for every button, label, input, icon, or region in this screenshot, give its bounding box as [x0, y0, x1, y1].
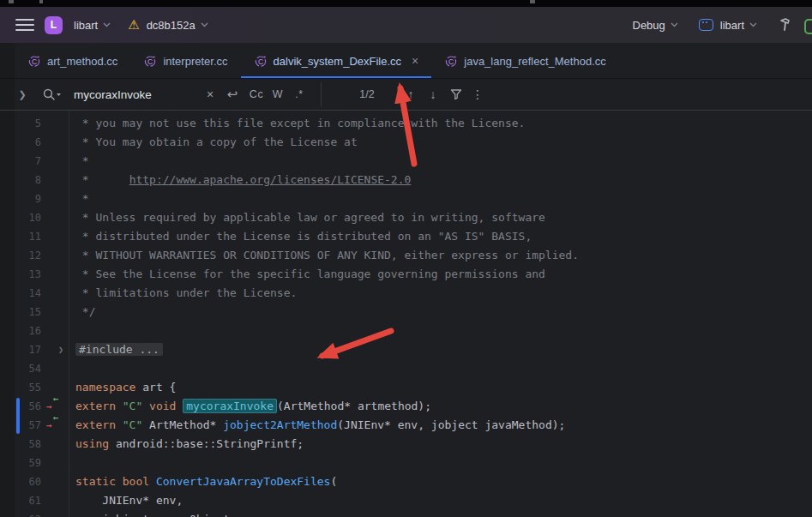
- code-editor[interactable]: 5 * you may not use this file except in …: [0, 111, 812, 517]
- code-lines: 5 * you may not use this file except in …: [0, 114, 812, 517]
- code-line-55: 55namespace art {: [0, 378, 812, 397]
- svg-text:+: +: [454, 54, 457, 59]
- hamburger-menu-icon[interactable]: [15, 19, 34, 31]
- code-line-54: 54: [0, 359, 812, 378]
- screen-artifact: [9, 0, 14, 3]
- code-text: */: [75, 303, 95, 322]
- left-edge-strip: [0, 43, 15, 517]
- match-counter: 1/2: [350, 79, 384, 110]
- match-case-toggle[interactable]: Cc: [247, 79, 266, 110]
- code-line-14: 14 * limitations under the License.: [0, 284, 812, 303]
- gutter-separator: [69, 111, 69, 517]
- cpp-file-icon: C+: [444, 54, 458, 68]
- tab-art_method.cc[interactable]: C+art_method.cc: [15, 43, 130, 79]
- line-number: 62: [15, 510, 41, 517]
- regex-toggle[interactable]: .*: [290, 79, 309, 110]
- line-number: 60: [15, 472, 41, 491]
- line-number: 14: [15, 284, 41, 303]
- run-config-name: Debug: [633, 19, 665, 32]
- target-device-selector[interactable]: libart: [699, 19, 757, 32]
- line-number: 17: [15, 340, 41, 359]
- code-line-13: 13 * See the License for the specific la…: [0, 265, 812, 284]
- code-line-11: 11 * distributed under the License is di…: [0, 227, 812, 246]
- vcs-change-bar[interactable]: [16, 398, 20, 434]
- line-number: 5: [15, 114, 41, 133]
- tab-label: art_method.cc: [47, 55, 117, 68]
- code-text: jobject arrayObject,: [75, 510, 237, 517]
- svg-text:+: +: [37, 54, 40, 59]
- code-text: * WITHOUT WARRANTIES OR CONDITIONS OF AN…: [75, 246, 579, 265]
- run-button-icon[interactable]: [804, 19, 812, 34]
- code-line-61: 61 JNIEnv* env,: [0, 491, 812, 510]
- line-number: 55: [15, 378, 41, 397]
- tab-label: java_lang_reflect_Method.cc: [464, 55, 606, 68]
- line-number: 8: [15, 171, 41, 189]
- build-hammer-icon[interactable]: [778, 17, 793, 33]
- chevron-down-icon: [103, 22, 111, 27]
- main-toolbar: L libart ⚠ dc8b152a Debug libart: [0, 7, 812, 43]
- search-icon[interactable]: [41, 79, 63, 110]
- previous-match-icon[interactable]: ↑: [403, 79, 418, 110]
- line-number: 9: [15, 189, 41, 208]
- chevron-down-icon: [201, 22, 208, 27]
- editor-tab-bar: C+art_method.ccC+interpreter.ccC+dalvik_…: [0, 43, 812, 79]
- chevron-down-icon: [671, 22, 678, 27]
- tab-dalvik_system_DexFile.cc[interactable]: C+dalvik_system_DexFile.cc×: [241, 43, 432, 79]
- run-config-selector[interactable]: Debug: [633, 19, 678, 32]
- line-number: 15: [15, 303, 41, 322]
- code-text: * distributed under the License is distr…: [75, 227, 532, 246]
- code-line-59: 59: [0, 454, 812, 472]
- code-text: extern "C" ArtMethod* jobject2ArtMethod(…: [75, 416, 565, 435]
- whole-words-toggle[interactable]: W: [269, 79, 286, 110]
- line-number: 12: [15, 246, 41, 265]
- tab-java_lang_reflect_Method.cc[interactable]: C+java_lang_reflect_Method.cc: [431, 43, 619, 79]
- filter-icon[interactable]: [448, 79, 464, 110]
- line-number: 61: [15, 491, 41, 510]
- nav-arrow-right-icon: →: [46, 402, 52, 412]
- code-text: * http://www.apache.org/licenses/LICENSE…: [75, 171, 411, 189]
- code-text: * See the License for the specific langu…: [75, 265, 545, 284]
- line-number: 59: [15, 454, 41, 472]
- window-top-strip: [0, 0, 812, 7]
- cpp-file-icon: C+: [143, 54, 157, 68]
- newline-icon[interactable]: ↩: [223, 79, 242, 110]
- search-match-highlight[interactable]: mycoraxInvoke: [183, 399, 277, 413]
- nav-arrow-right-icon: →: [46, 421, 52, 430]
- next-match-icon[interactable]: ↓: [425, 79, 441, 110]
- clear-search-icon[interactable]: ×: [202, 79, 218, 110]
- code-line-56: 56←→extern "C" void mycoraxInvoke(ArtMet…: [0, 397, 812, 416]
- code-line-6: 6 * You may obtain a copy of the License…: [0, 133, 812, 152]
- tab-strip: C+art_method.ccC+interpreter.ccC+dalvik_…: [15, 43, 619, 79]
- line-number: 16: [15, 322, 41, 340]
- gutter-nav-arrows[interactable]: ←→: [43, 416, 65, 435]
- code-line-7: 7 *: [0, 152, 812, 171]
- project-widget[interactable]: L libart: [45, 16, 111, 34]
- target-device-name: libart: [720, 19, 744, 32]
- tab-close-icon[interactable]: ×: [412, 55, 418, 67]
- vcs-branch-widget[interactable]: ⚠ dc8b152a: [119, 17, 208, 33]
- tabbar-divider: [0, 78, 812, 79]
- code-text: * you may not use this file except in co…: [75, 114, 525, 133]
- code-line-60: 60static bool ConvertJavaArrayToDexFiles…: [0, 472, 812, 491]
- code-text: *: [75, 152, 89, 171]
- line-number: 10: [15, 208, 41, 227]
- code-line-9: 9 *: [0, 189, 812, 208]
- code-text: * You may obtain a copy of the License a…: [75, 133, 358, 152]
- code-line-5: 5 * you may not use this file except in …: [0, 114, 812, 133]
- search-input[interactable]: [74, 79, 201, 110]
- code-text: extern "C" void mycoraxInvoke(ArtMethod*…: [75, 397, 431, 416]
- code-line-62: 62 jobject arrayObject,: [0, 510, 812, 517]
- project-badge: L: [45, 16, 63, 34]
- line-number: 58: [15, 435, 41, 454]
- more-options-icon[interactable]: ⋮: [471, 79, 484, 110]
- device-icon: [699, 19, 713, 31]
- fold-chevron-icon[interactable]: ❯: [58, 340, 63, 359]
- warning-icon: ⚠: [128, 17, 139, 33]
- branch-name: dc8b152a: [147, 19, 195, 32]
- expand-replace-chevron-icon[interactable]: ❯: [15, 79, 29, 110]
- code-text: #include ...: [75, 340, 163, 359]
- cpp-file-icon: C+: [27, 54, 41, 68]
- tab-interpreter.cc[interactable]: C+interpreter.cc: [130, 43, 240, 79]
- code-line-16: 16: [0, 322, 812, 340]
- tab-label: interpreter.cc: [163, 55, 227, 68]
